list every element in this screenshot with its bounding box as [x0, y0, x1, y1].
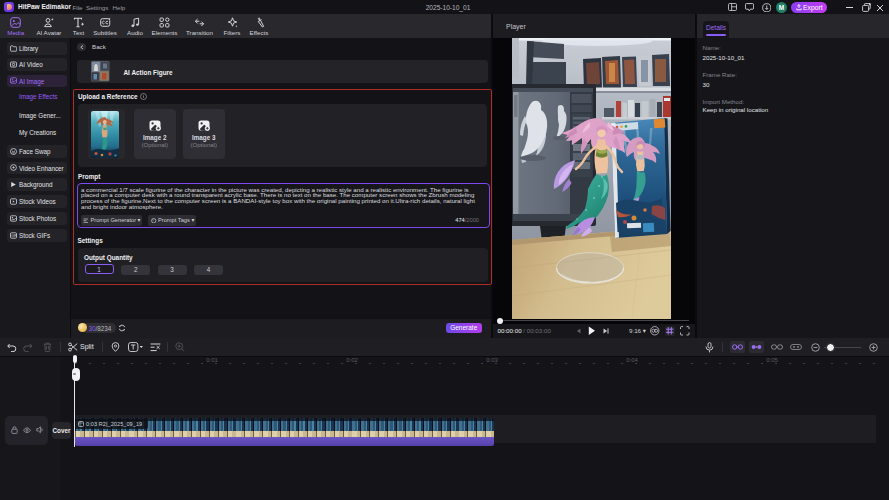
svg-text:GIF: GIF: [11, 234, 16, 238]
